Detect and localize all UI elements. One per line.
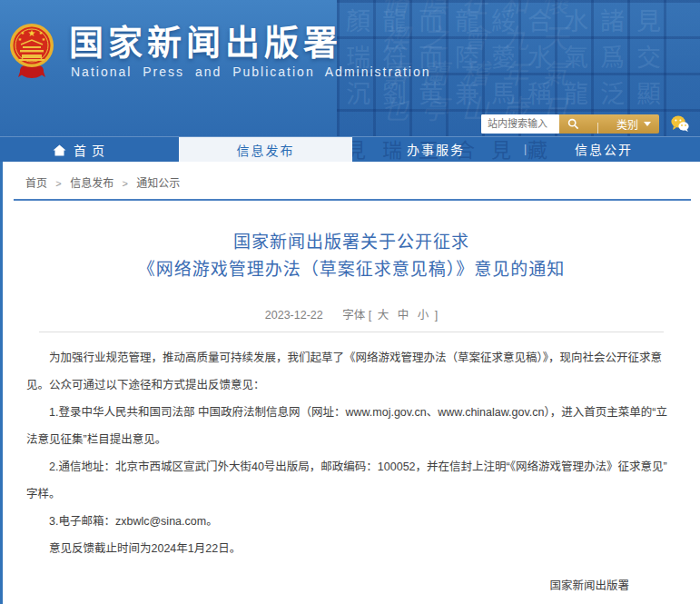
font-size-bracket-open: [ [369,309,371,322]
paragraph-channel-2: 2.通信地址：北京市西城区宣武门外大街40号出版局，邮政编码：100052，并在… [26,453,676,508]
home-icon [53,144,66,156]
article-body: 为加强行业规范管理，推动高质量可持续发展，我们起草了《网络游戏管理办法（草案征求… [26,344,676,562]
signature-agency: 国家新闻出版署 [26,572,629,599]
nav-home-label: 首页 [74,141,110,159]
breadcrumb-separator: > [123,178,128,189]
signature-block: 国家新闻出版署 2023年12月22日 [26,572,676,604]
nav-item-info-release[interactable]: 信息发布 [179,137,352,162]
svg-text:★: ★ [28,28,36,38]
main-navigation: 諸見瑞王合見藏 首页 信息发布 办事服务 | 信息公开 [0,136,700,162]
page-title: 国家新闻出版署关于公开征求 《网络游戏管理办法（草案征求意见稿）》意见的通知 [26,229,676,283]
title-body-divider [39,332,664,332]
paragraph-channel-3: 3.电子邮箱：zxbwlc@sina.com。 [26,508,676,535]
font-size-large-button[interactable]: 大 [378,309,389,322]
paragraph-deadline: 意见反馈截止时间为2024年1月22日。 [26,535,676,562]
search-input[interactable] [481,114,559,134]
page-title-line-1: 国家新闻出版署关于公开征求 [26,229,676,256]
article-meta: 2023-12-22 字体 [ 大 中 小 ] [26,305,676,322]
chevron-down-icon[interactable] [644,122,651,126]
nav-item-home[interactable]: 首页 [53,137,110,162]
national-emblem: ★ ★ ★ ★ ★ [9,21,54,79]
nav-item-info-disclosure[interactable]: 信息公开 [549,137,658,162]
breadcrumb-underline [14,199,691,201]
breadcrumb: 首页 > 信息发布 > 通知公示 [3,162,700,190]
font-size-medium-button[interactable]: 中 [398,309,409,322]
publish-date: 2023-12-22 [265,309,323,322]
button-divider [597,123,598,134]
page-title-line-2: 《网络游戏管理办法（草案征求意见稿）》意见的通知 [26,256,676,283]
signature-date: 2023年12月22日 [26,599,629,604]
search-icon[interactable] [567,118,579,130]
paragraph-intro: 为加强行业规范管理，推动高质量可持续发展，我们起草了《网络游戏管理办法（草案征求… [26,344,676,399]
notice-article: 国家新闻出版署关于公开征求 《网络游戏管理办法（草案征求意见稿）》意见的通知 2… [3,229,700,604]
svg-text:★: ★ [39,30,44,35]
svg-text:★: ★ [21,30,25,35]
font-size-bracket-close: ] [435,309,438,322]
nav-item-services[interactable]: 办事服务 [381,137,490,162]
search-category-button[interactable]: 类别 [559,114,659,134]
breadcrumb-info-release[interactable]: 信息发布 [70,177,113,190]
content-area: 首页 > 信息发布 > 通知公示 国家新闻出版署关于公开征求 《网络游戏管理办法… [0,162,700,604]
site-title: 国家新闻出版署 [69,15,342,64]
site-header: 懷天氣日和九年歳在會稽山陰之蘭亭脩禊事也 顏龍而龍綏合水諸見瑞符而陸薆水氣爲交沉… [0,0,700,136]
nav-separator: | [524,137,527,162]
wechat-icon[interactable] [671,115,689,132]
site-subtitle: National Press and Publication Administr… [71,64,431,79]
font-size-label: 字体 [342,309,365,322]
breadcrumb-home[interactable]: 首页 [25,177,47,190]
site-search: 类别 [481,114,689,134]
font-size-small-button[interactable]: 小 [418,309,429,322]
breadcrumb-notices[interactable]: 通知公示 [136,177,180,190]
svg-text:★: ★ [42,36,46,42]
breadcrumb-separator: > [55,178,61,189]
paragraph-channel-1: 1.登录中华人民共和国司法部 中国政府法制信息网（网址：www.moj.gov.… [26,399,676,453]
category-label[interactable]: 类别 [616,116,638,132]
svg-text:★: ★ [18,36,23,42]
